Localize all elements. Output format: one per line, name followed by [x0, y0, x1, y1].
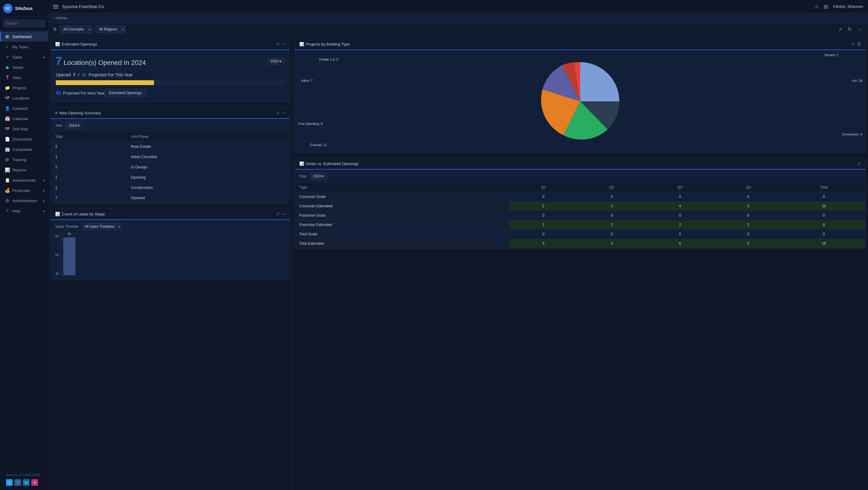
- nos-total-0: 2: [51, 142, 127, 152]
- bars-area: 51: [61, 233, 285, 276]
- goals-q2-0: 0: [578, 192, 646, 202]
- table-row[interactable]: 7 Opened: [51, 193, 289, 203]
- sidebar-item-seeds[interactable]: ◉ Seeds: [0, 62, 48, 73]
- estimated-openings-title: Estimated Openings: [62, 42, 97, 47]
- new-opening-summary-widget: ≡ New Opening Summary ⤢ ─ Year 2024 ▾: [51, 107, 290, 203]
- sidebar-item-contacts[interactable]: 👤 Contacts: [0, 103, 48, 113]
- estimated-openings-header: 📊 Estimated Openings ⤢ ─: [51, 39, 289, 50]
- sidebar-item-calendar[interactable]: 📅 Calendar: [0, 113, 48, 124]
- layout-icon[interactable]: →: [856, 26, 863, 33]
- sidebar-item-my-tasks[interactable]: ✓ My Tasks: [0, 41, 48, 52]
- sidebar-item-locations[interactable]: 🗺 Locations: [0, 93, 48, 103]
- sidebar-item-sales[interactable]: ↗ Sales ▸: [0, 52, 48, 62]
- table-row[interactable]: 1 Construction: [51, 182, 289, 193]
- table-row[interactable]: Total Estimated 3 4 6 5 18: [295, 239, 865, 248]
- nos-col-total: Total: [51, 132, 127, 142]
- eo-year-selector[interactable]: 2024 ▾: [267, 58, 284, 65]
- table-row[interactable]: Corporate Goals 0 0 0 0 0: [295, 192, 865, 202]
- expand-icon[interactable]: ⤢: [837, 26, 844, 33]
- col-timeline-select[interactable]: All Sales Timelines: [82, 223, 122, 230]
- eo-projected-num: 16: [82, 73, 87, 77]
- sidebar-item-training[interactable]: 🎓 Training: [0, 154, 48, 165]
- eo-opened-num: 7: [73, 73, 76, 77]
- hamburger-menu[interactable]: [53, 5, 59, 8]
- expand-col-btn[interactable]: ⤢: [276, 211, 280, 217]
- sidebar-item-financials[interactable]: 💰 Financials ▸: [0, 185, 48, 196]
- sidebar-item-projects[interactable]: 📁 Projects: [0, 83, 48, 93]
- table-row[interactable]: Franchise Estimated 1 2 2 3 8: [295, 220, 865, 230]
- company-name: Synuma Franchise Co.: [62, 4, 105, 9]
- pbt-title: Projects by Building Type: [306, 42, 350, 47]
- bar-item[interactable]: 51: [63, 237, 75, 275]
- table-row[interactable]: 1 Initial Checklist: [51, 152, 289, 162]
- concepts-select[interactable]: All Concepts: [60, 25, 93, 33]
- table-row[interactable]: Total Goals 0 0 0 0 0: [295, 230, 865, 239]
- concepts-select-wrapper: All Concepts: [60, 25, 93, 33]
- expand-nos-btn[interactable]: ⤢: [276, 110, 280, 115]
- sidebar-item-sites[interactable]: 📍 Sites: [0, 73, 48, 83]
- sidebar-label-help: Help: [12, 209, 21, 213]
- minimize-nos-btn[interactable]: ─: [282, 110, 285, 115]
- goals-total-0: 0: [782, 192, 865, 202]
- locations-icon: 🗺: [4, 96, 10, 100]
- expand-goals-btn[interactable]: ⤢: [858, 161, 861, 166]
- eo-opened-label: Location(s) Opened In 2024: [64, 59, 146, 67]
- y-label-40: 40: [55, 272, 59, 276]
- grid-line-60: [61, 233, 285, 234]
- projects-building-type-widget: 📊 Projects by Building Type ⤢ ☰: [295, 38, 866, 153]
- table-row[interactable]: 2 In Design: [51, 162, 289, 172]
- facebook-icon[interactable]: f: [14, 479, 21, 486]
- goals-q4-3: 3: [714, 220, 783, 230]
- regions-select[interactable]: All Regions: [96, 25, 126, 33]
- messages-icon[interactable]: ▤: [824, 4, 828, 9]
- topbar-right: ⚠ ▤ Clinton, Shannon: [815, 4, 863, 9]
- pbt-label-conversion: Conversion: 3: [842, 133, 862, 136]
- documents-icon: 📄: [4, 137, 10, 142]
- search-input[interactable]: [3, 20, 45, 27]
- y-label-60: 60: [55, 234, 59, 238]
- minimize-eo-btn[interactable]: ─: [282, 41, 285, 47]
- goals-col-total: Total: [782, 183, 865, 192]
- table-row[interactable]: Corporate Estimated 2 2 4 2 10: [295, 202, 865, 211]
- home-label: Home: [57, 16, 67, 20]
- table-row[interactable]: 1 Opening: [51, 172, 289, 182]
- sidebar-nav: ⊞ Dashboard ✓ My Tasks ↗ Sales ▸ ◉ Seeds…: [0, 30, 48, 469]
- expand-pbt-btn[interactable]: ⤢: [851, 41, 855, 47]
- refresh-icon[interactable]: ↻: [846, 26, 853, 33]
- estimated-openings-btn[interactable]: Estimated Openings: [104, 89, 146, 97]
- sidebar-footer: Synuma v1.0.8998.29895 t f in ✦: [0, 469, 48, 490]
- alert-icon[interactable]: ⚠: [815, 4, 819, 9]
- nos-total-3: 1: [51, 172, 127, 182]
- home-icon: ⌂: [53, 16, 56, 20]
- table-row[interactable]: 2 Real Estate: [51, 142, 289, 152]
- minimize-col-btn[interactable]: ─: [282, 211, 285, 217]
- linkedin-icon[interactable]: in: [23, 479, 30, 486]
- sidebar-item-documents[interactable]: 📄 Documents: [0, 134, 48, 144]
- goals-q4-0: 0: [714, 192, 783, 202]
- topbar: Synuma Franchise Co. ⚠ ▤ Clinton, Shanno…: [48, 0, 868, 13]
- goals-year-selector[interactable]: 2024 ▾: [310, 173, 327, 180]
- sidebar-item-unit-map[interactable]: 🗺 Unit Map: [0, 124, 48, 134]
- sidebar-item-dashboard[interactable]: ⊞ Dashboard: [0, 31, 48, 41]
- eo-next-label: Projected For Next Year: [63, 91, 104, 95]
- breadcrumb-home[interactable]: ⌂ Home: [53, 16, 67, 20]
- sidebar-item-reports[interactable]: 📊 Reports: [0, 165, 48, 175]
- goals-type-4: Total Goals: [295, 230, 509, 239]
- user-menu[interactable]: Clinton, Shannon: [833, 4, 863, 9]
- sidebar-label-companies: Companies: [12, 147, 32, 152]
- instagram-icon[interactable]: ✦: [31, 479, 38, 486]
- goals-q2-2: 0: [578, 211, 646, 220]
- sidebar-item-help[interactable]: ? Help ▸: [0, 206, 48, 216]
- count-leads-widget: 📊 Count of Leads by Stage ⤢ ─ Sales Time…: [51, 208, 290, 280]
- table-row[interactable]: Franchise Goals 0 0 0 0 0: [295, 211, 865, 220]
- twitter-icon[interactable]: t: [6, 479, 13, 486]
- expand-eo-btn[interactable]: ⤢: [276, 41, 280, 47]
- goals-widget: 📊 Goals vs. Estimated Openings ⤢ Year 20…: [295, 158, 866, 249]
- sidebar-item-assessments[interactable]: 📋 Assessments ▸: [0, 175, 48, 185]
- nos-year-selector[interactable]: 2024 ▾: [65, 122, 83, 129]
- menu-pbt-btn[interactable]: ☰: [857, 41, 861, 47]
- sidebar-item-companies[interactable]: 🏢 Companies: [0, 144, 48, 154]
- settings-icon[interactable]: ⚙: [53, 27, 57, 32]
- eo-suffix: Projected For This Year: [89, 73, 133, 77]
- sidebar-item-administration[interactable]: ⚙ Administration ▸: [0, 196, 48, 206]
